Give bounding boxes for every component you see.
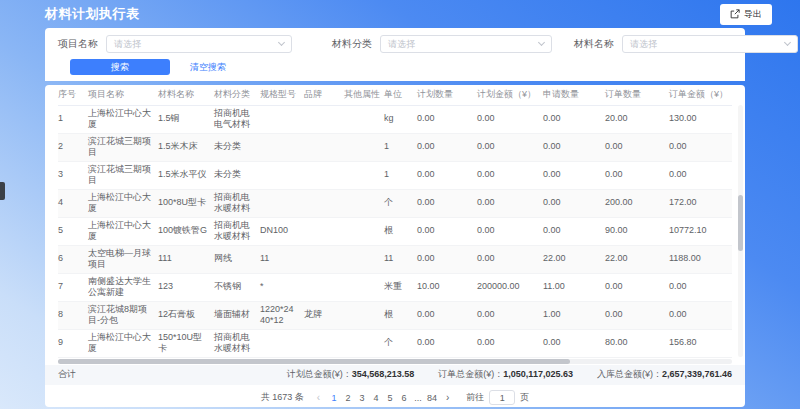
table-cell: 156.80 [669,329,732,357]
table-cell: 0.00 [605,161,669,189]
planned-total-label: 计划总金额(¥)： [287,369,352,379]
table-cell [304,273,344,301]
column-header: 品牌 [304,85,344,105]
page-button-1[interactable]: 1 [327,393,341,403]
table-cell: 172.00 [669,189,732,217]
table-cell: 200000.00 [477,273,543,301]
page-button-6[interactable]: 6 [397,393,411,403]
clear-search-button[interactable]: 清空搜索 [190,61,226,74]
table-cell: 滨江花城三期项目 [88,133,158,161]
table-row[interactable]: 7南侧盛达大学生公寓新建123不锈钢*米重10.00200000.0011.00… [58,273,732,301]
page-button-5[interactable]: 5 [383,393,397,403]
prev-page-button[interactable]: ‹ [315,392,322,403]
table-cell: 1.00 [543,301,605,329]
material-name-select[interactable]: 请选择 [622,35,798,53]
table-cell: 0.00 [605,273,669,301]
filters-row: 项目名称 请选择 材料分类 请选择 材料名称 请选择 [58,35,732,53]
table-cell: 11 [260,245,304,273]
goto-page: 前往 页 [466,390,529,405]
drawer-handle[interactable] [0,182,5,200]
horizontal-scrollbar-thumb[interactable] [58,359,570,364]
table-row[interactable]: 8滨江花城8期项目-分包12石膏板墙面辅材1220*2440*12龙牌根0.00… [58,301,732,329]
table-row[interactable]: 4上海松江中心大厦100*8U型卡招商机电 水暖材料个0.000.000.002… [58,189,732,217]
column-header: 其他属性 [344,85,384,105]
table-cell: 12石膏板 [158,301,214,329]
inbound-total: 入库总金额(¥)：2,657,339,761.46 [597,368,732,381]
table-cell: 0.00 [605,133,669,161]
table-cell: 22.00 [605,245,669,273]
table-cell: 11 [384,245,417,273]
table-cell: 90.00 [605,217,669,245]
next-page-button[interactable]: › [444,392,451,403]
table-cell [260,133,304,161]
table-row[interactable]: 9上海松江中心大厦150*10U型卡招商机电 水暖材料个0.000.000.00… [58,329,732,357]
table-row[interactable]: 3滨江花城三期项目1.5米水平仪未分类10.000.000.000.000.00 [58,161,732,189]
chevron-down-icon [784,39,791,46]
filter-panel: 项目名称 请选择 材料分类 请选择 材料名称 请选择 [45,28,745,81]
vertical-scrollbar[interactable] [738,105,743,357]
filter-material-category: 材料分类 请选择 [332,35,574,53]
table-cell [260,105,304,133]
export-button[interactable]: 导出 [720,4,772,25]
table-cell: 滨江花城三期项目 [88,161,158,189]
order-total-value: 1,050,117,025.63 [503,369,573,379]
total-count: 共 1673 条 [261,391,304,404]
table-cell: 0.00 [417,329,477,357]
material-name-label: 材料名称 [574,37,614,51]
table-cell: 0.00 [669,273,732,301]
column-header: 单位 [384,85,417,105]
goto-suffix: 页 [520,391,529,404]
table-cell: 0.00 [543,217,605,245]
search-button[interactable]: 搜索 [70,59,170,75]
table-cell: kg [384,105,417,133]
table-cell: 80.00 [605,329,669,357]
table-cell: 0.00 [477,301,543,329]
goto-page-input[interactable] [489,390,515,405]
planned-total-value: 354,568,213.58 [352,369,415,379]
table-cell: 招商机电 水暖材料 [214,189,260,217]
page-button-4[interactable]: 4 [369,393,383,403]
table-cell: 招商机电 电气材料 [214,105,260,133]
page-ellipsis[interactable]: ... [411,393,425,403]
horizontal-scrollbar[interactable] [58,359,732,364]
order-total: 订单总金额(¥)：1,050,117,025.63 [438,368,573,381]
table-cell: 22.00 [543,245,605,273]
table-panel: 序号项目名称材料名称材料分类规格型号品牌其他属性单位计划数量计划金额（¥）申请数… [45,85,745,407]
planned-total: 计划总金额(¥)：354,568,213.58 [287,368,415,381]
page-button-2[interactable]: 2 [341,393,355,403]
table-cell: 4 [58,189,88,217]
materials-table: 序号项目名称材料名称材料分类规格型号品牌其他属性单位计划数量计划金额（¥）申请数… [58,85,732,358]
column-header: 计划金额（¥） [477,85,543,105]
table-cell [304,245,344,273]
table-cell: 1 [58,105,88,133]
table-cell: 上海松江中心大厦 [88,189,158,217]
table-cell: 0.00 [605,301,669,329]
table-cell: 0.00 [477,329,543,357]
project-name-select[interactable]: 请选择 [106,35,292,53]
main-content: 项目名称 请选择 材料分类 请选择 材料名称 请选择 [45,28,745,407]
column-header: 申请数量 [543,85,605,105]
table-row[interactable]: 2滨江花城三期项目1.5米木床未分类10.000.000.000.000.00 [58,133,732,161]
column-header: 项目名称 [88,85,158,105]
table-cell: 0.00 [477,217,543,245]
table-cell [344,189,384,217]
table-cell [304,217,344,245]
table-cell [344,245,384,273]
table-row[interactable]: 5上海松江中心大厦100镀铁管G招商机电 水暖材料DN100根0.000.000… [58,217,732,245]
material-category-select[interactable]: 请选择 [380,35,552,53]
table-cell [344,133,384,161]
order-total-label: 订单总金额(¥)： [438,369,503,379]
page-title: 材料计划执行表 [45,5,140,23]
table-cell: 0.00 [543,133,605,161]
table-row[interactable]: 6太空电梯—月球项目111网线11110.000.0022.0022.00118… [58,245,732,273]
page-button-3[interactable]: 3 [355,393,369,403]
table-cell: 0.00 [477,189,543,217]
vertical-scrollbar-thumb[interactable] [738,195,743,251]
chevron-down-icon [538,39,545,46]
table-cell: 0.00 [477,161,543,189]
table-cell: 滨江花城8期项目-分包 [88,301,158,329]
table-cell: 150*10U型卡 [158,329,214,357]
table-cell: 10.00 [417,273,477,301]
table-row[interactable]: 1上海松江中心大厦1.5铜招商机电 电气材料kg0.000.000.0020.0… [58,105,732,133]
page-button-84[interactable]: 84 [425,393,439,403]
